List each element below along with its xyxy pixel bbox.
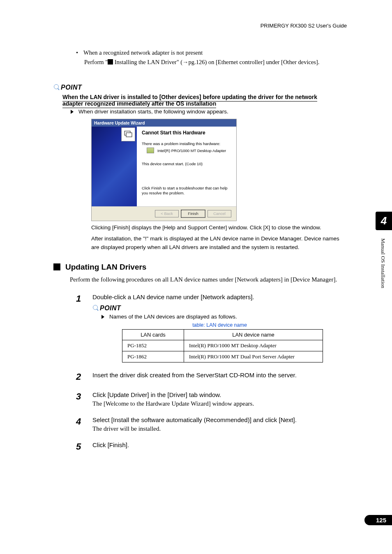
point-list-text: When driver installation starts, the fol…	[78, 108, 228, 115]
step-body: Select [Install the software automatical…	[92, 416, 347, 432]
wizard-button-row: < Back Finish Cancel	[92, 206, 236, 221]
back-button[interactable]: < Back	[155, 210, 179, 217]
step-number: 4	[76, 416, 83, 432]
step-main: Double-click a LAN device name under [Ne…	[92, 293, 347, 300]
step-4: 4 Select [Install the software automatic…	[76, 416, 347, 432]
step-main: Click [Finish].	[92, 441, 347, 448]
chapter-tab: 4	[376, 212, 392, 230]
step-main: Click [Update Driver] in the [Driver] ta…	[92, 391, 347, 398]
point-nested-text: Names of the LAN devices are displayed a…	[109, 314, 237, 320]
nic-icon	[147, 148, 154, 153]
th-device: LAN device name	[184, 330, 323, 340]
point-list-item: When driver installation starts, the fol…	[71, 108, 347, 115]
point-label: POINT	[53, 84, 347, 91]
wizard-right-panel: Cannot Start this Hardware There was a p…	[137, 127, 236, 206]
section-title: Updating LAN Drivers	[65, 263, 146, 272]
step-1: 1 Double-click a LAN device name under […	[76, 293, 347, 362]
page-content: •When a recognized network adapter is no…	[0, 29, 392, 452]
arrow-icon: →	[182, 59, 189, 65]
after-line2: After installation, the "!" mark is disp…	[91, 235, 347, 252]
bullet-dot: •	[76, 49, 83, 56]
wizard-sidebar-graphic	[92, 127, 137, 206]
step-number: 5	[76, 441, 83, 452]
triangle-icon	[101, 315, 104, 319]
step-number: 2	[76, 372, 83, 382]
point-bold-line2: adapter recognized immediately after the…	[62, 100, 216, 108]
th-cards: LAN cards	[122, 330, 184, 340]
page-number: 125	[364, 515, 392, 525]
point-text-nested: POINT	[100, 305, 121, 312]
after-wizard-text: Clicking [Finish] displays the [Help and…	[91, 224, 347, 252]
wizard-screenshot: Hardware Update Wizard Cannot Start this…	[91, 119, 237, 221]
page-header: PRIMERGY RX300 S2 User's Guide	[0, 0, 392, 29]
finish-button[interactable]: Finish	[181, 210, 205, 217]
step-5: 5 Click [Finish].	[76, 441, 347, 452]
td-card: PG-1862	[122, 351, 184, 362]
table-header-row: LAN cards LAN device name	[122, 330, 323, 340]
black-square-icon	[108, 59, 113, 65]
step-sub: The driver will be installed.	[92, 425, 347, 432]
guide-title: PRIMERGY RX300 S2 User's Guide	[261, 23, 347, 29]
step-main: Select [Install the software automatical…	[92, 416, 347, 423]
table-caption: table: LAN device name	[92, 322, 347, 328]
section-square-icon	[53, 263, 60, 270]
step-body: Click [Finish].	[92, 441, 347, 452]
lan-device-table: LAN cards LAN device name PG-1852 Intel(…	[122, 329, 323, 362]
wizard-body: Cannot Start this Hardware There was a p…	[92, 127, 236, 206]
point-text: POINT	[61, 84, 82, 91]
magnifier-icon	[53, 84, 60, 91]
wizard-hw-row: Intel(R) PRO/1000 MT Desktop Adapter	[147, 148, 231, 153]
wizard-hw-name: Intel(R) PRO/1000 MT Desktop Adapter	[157, 148, 226, 153]
sub-post: pg.126) on [Ethernet controller] under […	[189, 59, 320, 65]
section-heading: Updating LAN Drivers	[53, 263, 347, 272]
step-body: Click [Update Driver] in the [Driver] ta…	[92, 391, 347, 407]
after-line1: Clicking [Finish] displays the [Help and…	[91, 224, 347, 232]
point-label-nested: POINT	[92, 305, 347, 312]
td-device: Intel(R) PRO/1000 MT Dual Port Server Ad…	[184, 351, 323, 362]
wizard-text-problem: There was a problem installing this hard…	[142, 141, 231, 146]
point-bold-block: When the LAN driver is installed to [Oth…	[53, 94, 347, 107]
step-sub: The [Welcome to the Hardware Update Wiza…	[92, 400, 347, 407]
bullet-item: •When a recognized network adapter is no…	[76, 49, 347, 56]
step-2: 2 Insert the driver disk created from th…	[76, 372, 347, 382]
sub-mid: Installing the LAN Driver" (	[113, 59, 182, 65]
bullet-sub: Perform " Installing the LAN Driver" (→p…	[84, 59, 347, 66]
chapter-number: 4	[381, 215, 387, 227]
bullet-text: When a recognized network adapter is not…	[83, 49, 203, 56]
chapter-side-text: Manual OS Installation	[380, 238, 386, 288]
table-row: PG-1852 Intel(R) PRO/1000 MT Desktop Ada…	[122, 340, 323, 351]
cancel-button[interactable]: Cancel	[208, 210, 231, 217]
step-body: Insert the driver disk created from the …	[92, 372, 347, 382]
step-number: 3	[76, 391, 83, 407]
wizard-text-finish: Click Finish to start a troubleshooter t…	[142, 186, 231, 196]
magnifier-icon	[92, 305, 99, 312]
step-body: Double-click a LAN device name under [Ne…	[92, 293, 347, 362]
sub-pre: Perform "	[84, 59, 108, 65]
svg-rect-1	[126, 133, 132, 137]
step-3: 3 Click [Update Driver] in the [Driver] …	[76, 391, 347, 407]
td-card: PG-1852	[122, 340, 184, 351]
wizard-device-icon	[121, 127, 135, 141]
wizard-text-code: This device cannot start. (Code 10)	[142, 162, 231, 166]
triangle-icon	[71, 110, 74, 114]
td-device: Intel(R) PRO/1000 MT Desktop Adapter	[184, 340, 323, 351]
point-list-nested: Names of the LAN devices are displayed a…	[101, 314, 347, 320]
table-row: PG-1862 Intel(R) PRO/1000 MT Dual Port S…	[122, 351, 323, 362]
wizard-titlebar: Hardware Update Wizard	[92, 119, 236, 127]
step-number: 1	[76, 293, 83, 362]
section-intro: Perform the following procedures on all …	[70, 275, 347, 284]
wizard-heading: Cannot Start this Hardware	[142, 130, 231, 136]
step-main: Insert the driver disk created from the …	[92, 372, 347, 379]
